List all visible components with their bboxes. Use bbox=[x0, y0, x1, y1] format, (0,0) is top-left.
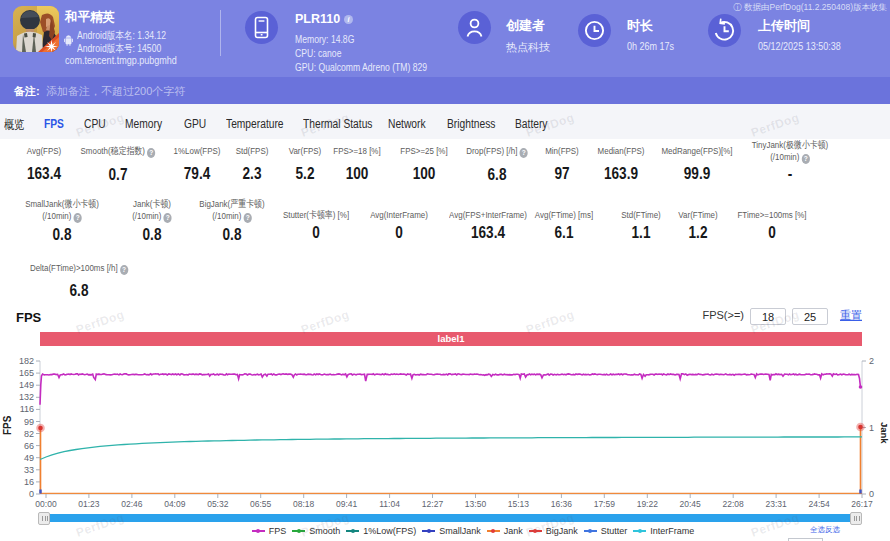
svg-text:09:41: 09:41 bbox=[336, 499, 358, 509]
svg-text:19:22: 19:22 bbox=[637, 499, 659, 509]
svg-text:08:18: 08:18 bbox=[293, 499, 315, 509]
svg-text:12:27: 12:27 bbox=[422, 499, 444, 509]
svg-text:2: 2 bbox=[869, 356, 874, 366]
svg-text:66: 66 bbox=[24, 441, 34, 451]
svg-text:13:50: 13:50 bbox=[465, 499, 487, 509]
svg-text:06:55: 06:55 bbox=[250, 499, 272, 509]
svg-text:FPS: FPS bbox=[2, 415, 13, 435]
svg-text:99: 99 bbox=[24, 417, 34, 427]
svg-text:33: 33 bbox=[24, 465, 34, 475]
svg-text:26:17: 26:17 bbox=[851, 499, 873, 509]
svg-text:49: 49 bbox=[24, 453, 34, 463]
svg-text:116: 116 bbox=[20, 404, 34, 414]
svg-text:182: 182 bbox=[19, 356, 34, 366]
svg-text:23:31: 23:31 bbox=[765, 499, 787, 509]
svg-text:0: 0 bbox=[869, 489, 874, 499]
svg-text:00:00: 00:00 bbox=[35, 499, 57, 509]
svg-text:132: 132 bbox=[19, 392, 34, 402]
svg-text:04:09: 04:09 bbox=[164, 499, 186, 509]
svg-text:17:59: 17:59 bbox=[594, 499, 616, 509]
svg-text:165: 165 bbox=[19, 368, 34, 378]
svg-text:16:36: 16:36 bbox=[551, 499, 573, 509]
svg-text:82: 82 bbox=[24, 429, 34, 439]
svg-text:01:23: 01:23 bbox=[78, 499, 100, 509]
svg-text:05:32: 05:32 bbox=[207, 499, 229, 509]
svg-text:24:54: 24:54 bbox=[808, 499, 830, 509]
svg-text:02:46: 02:46 bbox=[121, 499, 143, 509]
svg-text:16: 16 bbox=[24, 477, 34, 487]
svg-text:0: 0 bbox=[29, 489, 34, 499]
svg-text:11:04: 11:04 bbox=[379, 499, 400, 509]
svg-text:22:08: 22:08 bbox=[723, 499, 745, 509]
svg-text:Jank: Jank bbox=[879, 422, 890, 444]
svg-text:20:45: 20:45 bbox=[680, 499, 702, 509]
svg-text:15:13: 15:13 bbox=[508, 499, 530, 509]
svg-text:1: 1 bbox=[869, 423, 874, 433]
svg-text:149: 149 bbox=[19, 380, 34, 390]
